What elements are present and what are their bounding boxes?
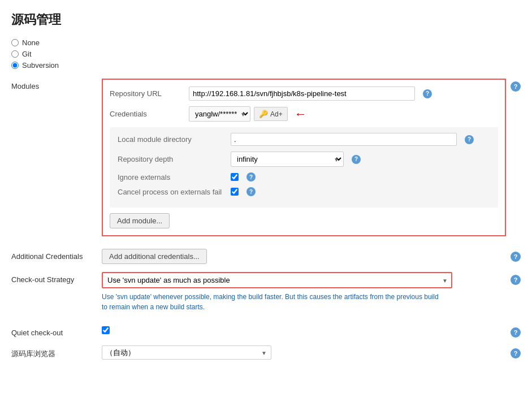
local-module-input[interactable] [231, 133, 457, 146]
scm-radio-subversion[interactable] [11, 62, 19, 69]
checkout-strategy-help-icon[interactable]: ? [511, 275, 521, 285]
repository-browser-content: （自动） [102, 345, 506, 360]
credentials-add-label: Ad+ [270, 110, 283, 118]
scm-radio-git[interactable] [11, 50, 19, 58]
cancel-process-content: ? [231, 187, 490, 196]
credentials-row: Credentials yanglw/****** 🔑 Ad+ ← [110, 106, 498, 122]
checkout-strategy-label: Check-out Strategy [11, 272, 102, 284]
repo-url-label: Repository URL [110, 89, 189, 98]
key-icon: 🔑 [259, 110, 268, 118]
ignore-externals-row: Ignore externals ? [118, 172, 490, 181]
quiet-checkout-checkbox[interactable] [102, 326, 110, 334]
repo-url-row: Repository URL ? [110, 87, 498, 101]
cancel-process-row: Cancel process on externals fail ? [118, 187, 490, 196]
repo-url-input[interactable] [189, 87, 415, 101]
repository-browser-select[interactable]: （自动） [102, 345, 271, 360]
scm-radio-group: None Git Subversion [11, 38, 521, 70]
additional-credentials-content: Add additional credentials... [102, 249, 506, 264]
credentials-select[interactable]: yanglw/****** [189, 106, 250, 122]
checkout-strategy-description: Use 'svn update' whenever possible, maki… [102, 292, 498, 312]
credentials-add-button[interactable]: 🔑 Ad+ [254, 107, 288, 121]
cancel-process-checkbox[interactable] [231, 188, 239, 196]
repository-browser-label: 源码库浏览器 [11, 345, 102, 359]
scm-label-subversion: Subversion [22, 61, 59, 70]
quiet-checkout-help-icon[interactable]: ? [511, 327, 521, 338]
red-arrow-annotation: ← [295, 108, 307, 120]
checkout-strategy-select[interactable]: Use 'svn update' as much as possible Alw… [102, 272, 452, 288]
additional-credentials-help-icon[interactable]: ? [511, 252, 521, 262]
scm-option-none[interactable]: None [11, 38, 521, 47]
page-title: 源码管理 [11, 11, 521, 28]
ignore-externals-help-icon[interactable]: ? [246, 172, 256, 181]
checkout-strategy-section: Check-out Strategy Use 'svn update' as m… [11, 272, 521, 312]
credentials-label: Credentials [110, 110, 189, 118]
repository-browser-help-icon[interactable]: ? [511, 348, 521, 358]
checkout-desc-line1: Use 'svn update' whenever possible, maki… [102, 293, 439, 301]
repo-browser-select-wrapper: （自动） [102, 345, 271, 360]
modules-content: Repository URL ? Credentials yanglw/****… [102, 79, 506, 241]
cancel-process-label: Cancel process on externals fail [118, 188, 231, 196]
quiet-checkout-label: Quiet check-out [11, 325, 102, 337]
add-module-button[interactable]: Add module... [110, 213, 170, 228]
repo-depth-help-icon[interactable]: ? [352, 155, 361, 164]
credentials-select-wrapper: yanglw/****** [189, 106, 250, 122]
checkout-strategy-content: Use 'svn update' as much as possible Alw… [102, 272, 506, 312]
modules-sub-section: Local module directory ? Repository dept… [110, 127, 498, 208]
page-container: 源码管理 None Git Subversion Modules Reposit… [0, 0, 532, 415]
ignore-externals-label: Ignore externals [118, 173, 231, 181]
repo-depth-row: Repository depth infinity empty files im… [118, 152, 490, 167]
ignore-externals-content: ? [231, 172, 490, 181]
repository-browser-section: 源码库浏览器 （自动） ? [11, 345, 521, 360]
scm-label-git: Git [22, 50, 32, 58]
repo-depth-label: Repository depth [118, 155, 231, 163]
scm-label-none: None [22, 38, 40, 47]
scm-option-subversion[interactable]: Subversion [11, 61, 521, 70]
additional-credentials-section: Additional Credentials Add additional cr… [11, 249, 521, 264]
local-module-help-icon[interactable]: ? [465, 135, 474, 144]
quiet-checkout-section: Quiet check-out ? [11, 325, 521, 338]
ignore-externals-checkbox[interactable] [231, 173, 239, 181]
local-module-row: Local module directory ? [118, 133, 490, 146]
depth-select-wrapper: infinity empty files immediates [231, 152, 344, 167]
repo-url-content: ? [189, 87, 498, 101]
cancel-process-help-icon[interactable]: ? [246, 187, 256, 196]
local-module-label: Local module directory [118, 135, 231, 144]
modules-help-icon[interactable]: ? [511, 81, 521, 92]
modules-label: Modules [11, 79, 102, 90]
repo-url-help-icon[interactable]: ? [423, 89, 432, 98]
scm-radio-none[interactable] [11, 39, 19, 46]
checkout-select-wrapper: Use 'svn update' as much as possible Alw… [102, 272, 452, 288]
quiet-checkout-content [102, 326, 506, 336]
modules-box: Repository URL ? Credentials yanglw/****… [102, 79, 506, 236]
scm-option-git[interactable]: Git [11, 50, 521, 58]
add-additional-credentials-button[interactable]: Add additional credentials... [102, 249, 207, 264]
credentials-content: yanglw/****** 🔑 Ad+ ← [189, 106, 498, 122]
depth-select[interactable]: infinity empty files immediates [231, 152, 344, 167]
additional-credentials-label: Additional Credentials [11, 249, 102, 261]
modules-section: Modules Repository URL ? Credentials [11, 79, 521, 241]
checkout-desc-line2: to remain when a new build starts. [102, 303, 205, 311]
local-module-content: ? [231, 133, 490, 146]
repo-depth-content: infinity empty files immediates ? [231, 152, 490, 167]
